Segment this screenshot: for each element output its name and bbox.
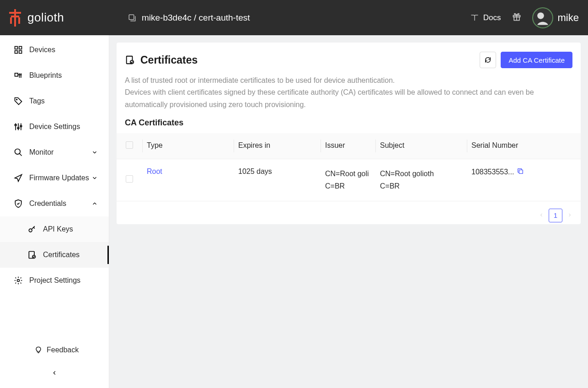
sidebar-footer: Feedback	[0, 339, 109, 388]
sliders-icon	[14, 122, 23, 131]
certificates-card: Certificates Add CA Certificate A list o…	[117, 43, 581, 224]
sidebar-item-monitor[interactable]: Monitor	[0, 140, 109, 165]
sidebar-item-label: Tags	[29, 97, 45, 105]
send-icon	[14, 173, 23, 183]
username: mike	[558, 12, 579, 24]
cell-issuer: CN=Root goli C=BR	[321, 159, 375, 201]
gear-icon	[14, 276, 23, 285]
select-all-header	[117, 133, 142, 159]
subject-line-2: C=BR	[380, 180, 462, 192]
certificate-icon	[125, 55, 135, 65]
docs-link[interactable]: Docs	[470, 13, 501, 22]
sidebar-item-devices[interactable]: Devices	[0, 37, 109, 63]
blueprint-icon	[14, 71, 23, 80]
sidebar-item-api-keys[interactable]: API Keys	[0, 216, 109, 242]
feedback-link[interactable]: Feedback	[0, 339, 109, 361]
col-header-serial: Serial Number	[467, 133, 581, 159]
col-header-issuer: Issuer	[321, 133, 375, 159]
svg-rect-18	[20, 126, 21, 127]
sidebar-item-label: Firmware Updates	[29, 174, 89, 182]
prev-page[interactable]	[539, 212, 544, 219]
add-ca-certificate-button[interactable]: Add CA Certificate	[501, 52, 572, 68]
cell-type: Root	[142, 159, 234, 201]
shield-icon	[14, 199, 23, 208]
subject-line-1: CN=Root golioth	[380, 167, 462, 180]
table-header-row: Type Expires in Issuer Subject Serial Nu…	[117, 133, 581, 159]
svg-rect-11	[19, 47, 22, 49]
svg-rect-3	[18, 17, 20, 24]
svg-point-9	[537, 12, 544, 19]
serial-text: 108353553...	[471, 168, 514, 176]
docs-label: Docs	[483, 13, 501, 22]
avatar	[532, 7, 553, 28]
certificate-icon	[27, 250, 37, 259]
breadcrumb-text: mike-b3de4c / cert-auth-test	[142, 13, 250, 23]
grid-icon	[14, 45, 23, 54]
select-all-checkbox[interactable]	[126, 141, 133, 149]
next-page[interactable]	[567, 212, 572, 219]
collapse-sidebar[interactable]	[0, 361, 109, 384]
pagination: 1	[117, 201, 581, 224]
sidebar: Devices Blueprints Tags Device Settings	[0, 35, 109, 388]
chevron-right-icon	[567, 212, 572, 218]
nav: Devices Blueprints Tags Device Settings	[0, 35, 109, 339]
logo-icon	[7, 9, 23, 27]
gift-icon[interactable]	[512, 12, 521, 23]
sidebar-item-certificates[interactable]: Certificates	[0, 242, 109, 268]
sidebar-item-label: Blueprints	[29, 71, 62, 80]
svg-rect-5	[129, 15, 134, 20]
breadcrumb[interactable]: mike-b3de4c / cert-auth-test	[128, 13, 250, 23]
cell-serial: 108353553...	[467, 159, 581, 201]
card-header: Certificates Add CA Certificate	[117, 52, 581, 75]
desc-line-2: Devices with client certificates signed …	[125, 86, 572, 111]
sidebar-item-label: API Keys	[43, 225, 73, 233]
col-header-expires: Expires in	[234, 133, 321, 159]
logo[interactable]: golioth	[7, 9, 110, 27]
table-row: Root 1025 days CN=Root goli C=BR CN=Root…	[117, 159, 581, 201]
svg-rect-4	[11, 16, 19, 17]
feedback-label: Feedback	[47, 346, 79, 354]
sidebar-item-blueprints[interactable]: Blueprints	[0, 63, 109, 88]
page-number[interactable]: 1	[549, 209, 562, 222]
sidebar-item-label: Device Settings	[29, 123, 80, 131]
row-select-cell	[117, 159, 142, 201]
refresh-button[interactable]	[480, 52, 496, 68]
sidebar-item-credentials[interactable]: Credentials	[0, 191, 109, 216]
issuer-line-2: C=BR	[325, 180, 371, 192]
svg-rect-10	[15, 47, 18, 49]
brand-name: golioth	[27, 11, 64, 25]
svg-rect-2	[10, 17, 12, 24]
user-menu[interactable]: mike	[532, 7, 579, 28]
book-icon	[470, 14, 479, 22]
header-right: Docs mike	[470, 7, 579, 28]
svg-rect-13	[19, 51, 22, 54]
svg-rect-1	[14, 9, 16, 27]
desc-line-1: A list of trusted root or intermediate c…	[125, 75, 572, 86]
project-icon	[128, 14, 136, 22]
sidebar-item-label: Certificates	[43, 251, 80, 259]
refresh-icon	[484, 56, 492, 64]
sidebar-item-firmware-updates[interactable]: Firmware Updates	[0, 165, 109, 191]
sidebar-item-tags[interactable]: Tags	[0, 88, 109, 114]
sidebar-item-device-settings[interactable]: Device Settings	[0, 114, 109, 140]
copy-serial-button[interactable]	[517, 167, 524, 177]
svg-point-23	[17, 280, 20, 282]
sidebar-item-label: Credentials	[29, 199, 66, 208]
sidebar-item-project-settings[interactable]: Project Settings	[0, 268, 109, 293]
copy-icon	[517, 167, 524, 175]
tag-icon	[14, 97, 23, 106]
chevron-down-icon	[91, 175, 98, 181]
lightbulb-icon	[35, 346, 42, 354]
col-header-type: Type	[142, 133, 234, 159]
row-checkbox[interactable]	[126, 175, 133, 183]
card-actions: Add CA Certificate	[480, 52, 572, 68]
cell-expires: 1025 days	[234, 159, 321, 201]
svg-rect-14	[15, 73, 18, 76]
certificate-type-link[interactable]: Root	[147, 167, 162, 175]
svg-rect-17	[17, 128, 19, 129]
table-heading: CA Certificates	[117, 118, 581, 133]
header: golioth mike-b3de4c / cert-auth-test Doc…	[0, 0, 588, 35]
sidebar-item-label: Devices	[29, 46, 55, 54]
main-content: Certificates Add CA Certificate A list o…	[109, 35, 588, 388]
sidebar-item-label: Monitor	[29, 148, 53, 156]
